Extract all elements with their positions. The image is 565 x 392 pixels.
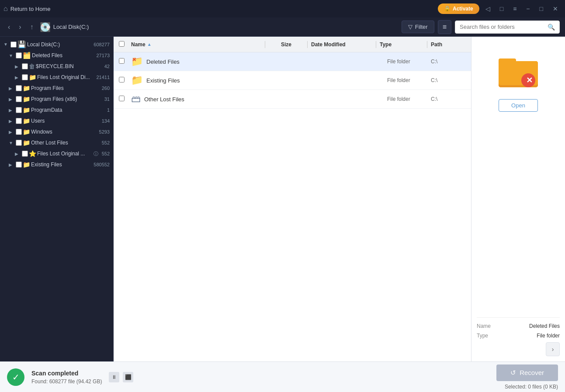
checkbox-program-x86[interactable] xyxy=(16,96,22,102)
sidebar-item-local-disk[interactable]: ▼ 💾 Local Disk(C:) 608277 xyxy=(2,39,111,50)
file-path: C:\ xyxy=(431,77,466,83)
col-date-header[interactable]: Date Modified xyxy=(311,41,372,48)
checkbox-files-lost[interactable] xyxy=(22,74,28,80)
file-list-header: Name ▲ Size Date Modified Type Path xyxy=(114,37,471,52)
sidebar-item-existing-files[interactable]: ▶ 📁 Existing Files 580552 xyxy=(2,159,111,170)
sidebar-item-recycle-bin[interactable]: ▶ 🗑 $RECYCLE.BIN 42 xyxy=(2,61,111,72)
sidebar-item-program-files[interactable]: ▶ 📁 Program Files 260 xyxy=(2,83,111,93)
title-bar-right: 🔒 Activate ◁ □ ≡ − □ ✕ xyxy=(438,3,562,14)
main-content: ▼ 💾 Local Disk(C:) 608277 ▼ 🗂️ Deleted F… xyxy=(0,37,565,361)
col-path-header[interactable]: Path xyxy=(431,41,466,48)
sidebar-item-deleted-files[interactable]: ▼ 🗂️ Deleted Files 27173 xyxy=(2,50,111,61)
maximize-button[interactable]: □ xyxy=(536,3,547,14)
filter-button[interactable]: ▽ Filter xyxy=(402,21,434,33)
col-name-header[interactable]: Name ▲ xyxy=(131,41,261,48)
view-menu-button[interactable]: ≡ xyxy=(438,20,451,34)
stop-button[interactable]: ⬛ xyxy=(123,372,133,382)
expand-icon: ▶ xyxy=(15,75,21,80)
expand-icon: ▶ xyxy=(9,130,15,134)
recycle-icon: 🗑 xyxy=(29,63,35,70)
back-button[interactable]: ‹ xyxy=(5,21,13,33)
sidebar-item-program-files-x86[interactable]: ▶ 📁 Program Files (x86) 31 xyxy=(2,94,111,104)
info-type-value: File folder xyxy=(537,333,560,339)
sidebar-count: 31 xyxy=(104,96,110,102)
expand-icon: ▶ xyxy=(9,162,15,167)
search-box: 🔍 xyxy=(455,21,560,34)
sidebar-item-program-data[interactable]: ▶ 📁 ProgramData 1 xyxy=(2,105,111,115)
sidebar-count: 42 xyxy=(104,64,110,69)
recover-button[interactable]: ↺ Recover xyxy=(496,364,558,381)
sidebar-item-files-lost-star[interactable]: ▶ ⭐ Files Lost Original ... ⓘ 552 xyxy=(2,148,111,159)
share-button[interactable]: ◁ xyxy=(482,3,494,14)
up-button[interactable]: ↑ xyxy=(28,21,36,33)
status-bar: ✓ Scan completed Found: 608277 file (94.… xyxy=(0,361,565,392)
checkbox-program-data[interactable] xyxy=(16,107,22,113)
sidebar-count: 1 xyxy=(107,107,110,113)
sidebar-label: Local Disk(C:) xyxy=(27,41,91,48)
table-row[interactable]: 🗃 Other Lost Files File folder C:\ xyxy=(114,90,471,109)
checkbox-files-star[interactable] xyxy=(22,151,28,157)
pause-button[interactable]: ⏸ xyxy=(109,372,119,382)
checkbox-program-files[interactable] xyxy=(16,85,22,91)
checkbox-windows[interactable] xyxy=(16,129,22,135)
open-button[interactable]: Open xyxy=(499,99,538,112)
sidebar-label: Existing Files xyxy=(31,162,91,168)
search-icon: 🔍 xyxy=(548,24,555,31)
folder-yellow-icon: 📁 xyxy=(29,74,36,81)
info-row-name: Name Deleted Files xyxy=(477,323,560,329)
bookmark-button[interactable]: □ xyxy=(496,3,507,14)
checkbox-local-disk[interactable] xyxy=(10,41,17,48)
col-type-header[interactable]: Type xyxy=(380,41,423,48)
menu-button[interactable]: ≡ xyxy=(510,3,520,14)
name-label: Name xyxy=(131,41,146,48)
forward-button[interactable]: › xyxy=(16,21,24,33)
checkbox-users[interactable] xyxy=(16,118,22,124)
checkbox-recycle[interactable] xyxy=(22,63,28,69)
expand-panel-button[interactable]: › xyxy=(546,342,560,356)
divider-4 xyxy=(427,41,427,48)
row-select-checkbox[interactable] xyxy=(119,77,125,83)
search-input[interactable] xyxy=(460,24,545,30)
disk-label-text: Local Disk(C:) xyxy=(53,24,89,30)
scan-detail: Found: 608277 file (94.42 GB) xyxy=(31,378,102,385)
minimize-button[interactable]: − xyxy=(523,3,533,14)
filter-icon: ▽ xyxy=(408,24,412,30)
pause-stop-controls: ⏸ ⬛ xyxy=(109,372,133,382)
checkbox-existing[interactable] xyxy=(16,162,22,168)
sidebar-item-windows[interactable]: ▶ 📁 Windows 5293 xyxy=(2,127,111,137)
checkbox-deleted[interactable] xyxy=(16,52,22,58)
sidebar-label: Deleted Files xyxy=(32,52,94,58)
row-checkbox xyxy=(119,96,131,103)
col-size-header[interactable]: Size xyxy=(269,41,304,48)
table-row[interactable]: 📁 ✕ Deleted Files File folder C:\ xyxy=(114,52,471,71)
scan-title: Scan completed xyxy=(31,370,102,377)
sidebar-label: ProgramData xyxy=(31,107,104,113)
recover-section: ↺ Recover Selected: 0 files (0 KB) xyxy=(496,364,558,390)
expand-icon: ▶ xyxy=(9,86,15,91)
folder-other-icon: 🗃 xyxy=(131,93,141,105)
sidebar-label: $RECYCLE.BIN xyxy=(36,63,102,69)
file-name: Existing Files xyxy=(146,77,291,84)
table-row[interactable]: 📁 Existing Files File folder C:\ xyxy=(114,71,471,90)
row-checkbox xyxy=(119,77,131,84)
sidebar-label: Files Lost Original Di... xyxy=(37,74,94,80)
return-home-link[interactable]: Return to Home xyxy=(10,6,51,12)
folder-icon: 📁 xyxy=(23,117,30,124)
folder-deleted-icon: 📁 ✕ xyxy=(131,56,143,67)
sidebar-item-files-lost-orig[interactable]: ▶ 📁 Files Lost Original Di... 21411 xyxy=(2,72,111,83)
checkbox-other-lost[interactable] xyxy=(16,140,22,146)
header-check xyxy=(119,41,131,48)
select-all-checkbox[interactable] xyxy=(119,41,125,47)
close-button[interactable]: ✕ xyxy=(549,3,562,14)
activate-button[interactable]: 🔒 Activate xyxy=(438,3,479,14)
folder-preview-container: ✕ xyxy=(499,54,538,90)
sidebar-label: Program Files xyxy=(31,85,99,91)
row-select-checkbox[interactable] xyxy=(119,96,125,101)
sidebar-item-other-lost[interactable]: ▼ 📁 Other Lost Files 552 xyxy=(2,138,111,148)
row-select-checkbox[interactable] xyxy=(119,58,125,64)
file-type: File folder xyxy=(387,58,431,65)
recover-label: Recover xyxy=(520,369,544,376)
info-icon: ⓘ xyxy=(94,151,98,157)
info-type-label: Type xyxy=(477,333,488,339)
sidebar-item-users[interactable]: ▶ 📁 Users 134 xyxy=(2,116,111,126)
